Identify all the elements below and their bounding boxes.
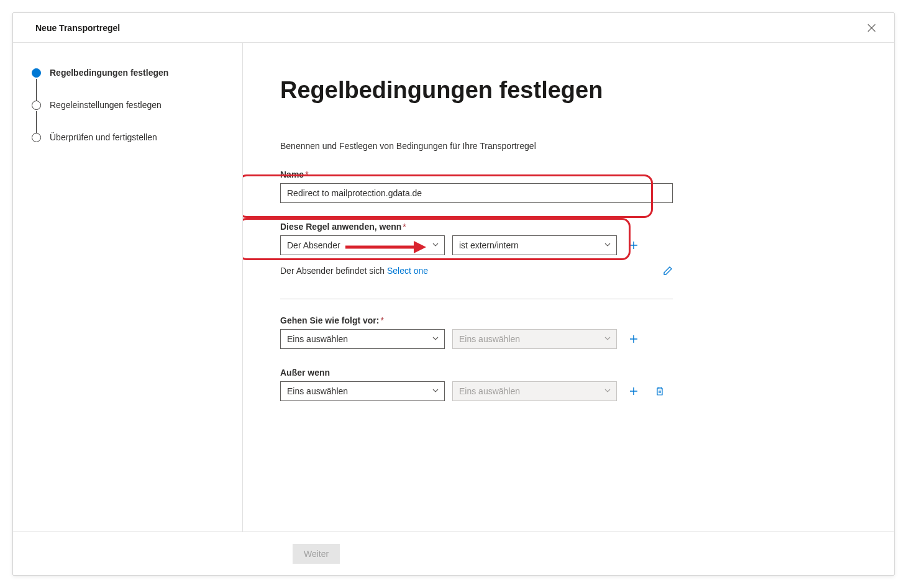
dropdown-placeholder: Eins auswählen [459,334,520,344]
chevron-down-icon [432,240,439,250]
required-mark: * [403,222,406,232]
plus-icon [629,240,639,250]
wizard-step-conditions[interactable]: Regelbedingungen festlegen [32,68,224,100]
step-label: Regelbedingungen festlegen [50,68,168,78]
apply-helper-prefix: Der Absender befindet sich [280,266,387,276]
dropdown-value: Der Absender [287,240,340,250]
apply-when-label-text: Diese Regel anwenden, wenn [280,222,401,232]
apply-sender-dropdown[interactable]: Der Absender [280,235,445,255]
wizard-sidebar: Regelbedingungen festlegen Regeleinstell… [13,43,243,531]
main-content: Regelbedingungen festlegen Benennen und … [243,43,894,531]
trash-icon [655,386,665,396]
step-circle-icon [32,68,41,78]
close-button[interactable] [862,18,882,38]
action-dropdown-2[interactable]: Eins auswählen [452,329,617,349]
chevron-down-icon [604,240,611,250]
apply-location-dropdown[interactable]: ist extern/intern [452,235,617,255]
action-label: Gehen Sie wie folgt vor:* [280,315,832,325]
add-condition-button[interactable] [624,236,643,255]
dialog-title: Neue Transportregel [35,23,120,33]
dropdown-value: ist extern/intern [459,240,519,250]
next-button[interactable]: Weiter [293,544,340,564]
add-action-button[interactable] [624,330,643,348]
apply-helper-row: Der Absender befindet sich Select one [280,261,673,280]
page-subtitle: Benennen und Festlegen von Bedingungen f… [280,141,832,151]
dropdown-value: Eins auswählen [287,334,348,344]
step-label: Regeleinstellungen festlegen [50,100,162,110]
plus-icon [629,334,639,344]
dialog-window: Neue Transportregel Regelbedingungen fes… [12,12,895,576]
apply-when-row: Der Absender ist extern/intern [280,235,832,255]
plus-icon [629,386,639,396]
name-label: Name* [280,170,832,179]
delete-exception-button[interactable] [650,382,669,400]
except-dropdown-1[interactable]: Eins auswählen [280,381,445,401]
wizard-steps: Regelbedingungen festlegen Regeleinstell… [32,68,224,142]
divider [280,299,673,299]
apply-when-group: Diese Regel anwenden, wenn* Der Absender… [280,222,832,280]
except-label-text: Außer wenn [280,368,330,378]
pencil-icon [663,266,673,276]
step-connector [36,79,37,101]
action-row: Eins auswählen Eins auswählen [280,329,832,349]
name-group: Name* [280,170,832,203]
page-title: Regelbedingungen festlegen [280,77,832,104]
name-label-text: Name [280,170,304,179]
except-label: Außer wenn [280,368,832,378]
chevron-down-icon [604,334,611,344]
wizard-step-review[interactable]: Überprüfen und fertigstellen [32,132,224,142]
action-label-text: Gehen Sie wie folgt vor: [280,315,379,325]
except-row: Eins auswählen Eins auswählen [280,381,832,401]
name-input[interactable] [280,183,673,203]
action-group: Gehen Sie wie folgt vor:* Eins auswählen… [280,315,832,349]
chevron-down-icon [432,386,439,396]
apply-helper-text: Der Absender befindet sich Select one [280,266,428,276]
except-group: Außer wenn Eins auswählen Eins auswählen [280,368,832,401]
dropdown-placeholder: Eins auswählen [459,386,520,396]
step-connector [36,111,37,133]
dialog-footer: Weiter [13,531,894,575]
step-circle-icon [32,133,41,142]
edit-condition-button[interactable] [663,261,673,280]
dialog-header: Neue Transportregel [13,13,894,43]
required-mark: * [305,170,308,179]
step-circle-icon [32,101,41,110]
close-icon [867,24,876,32]
apply-when-label: Diese Regel anwenden, wenn* [280,222,832,232]
chevron-down-icon [604,386,611,396]
select-one-link[interactable]: Select one [387,266,428,276]
dropdown-value: Eins auswählen [287,386,348,396]
dialog-body: Regelbedingungen festlegen Regeleinstell… [13,43,894,531]
step-label: Überprüfen und fertigstellen [50,132,157,142]
wizard-step-settings[interactable]: Regeleinstellungen festlegen [32,100,224,132]
action-dropdown-1[interactable]: Eins auswählen [280,329,445,349]
add-exception-button[interactable] [624,382,643,400]
required-mark: * [380,315,383,325]
except-dropdown-2[interactable]: Eins auswählen [452,381,617,401]
chevron-down-icon [432,334,439,344]
